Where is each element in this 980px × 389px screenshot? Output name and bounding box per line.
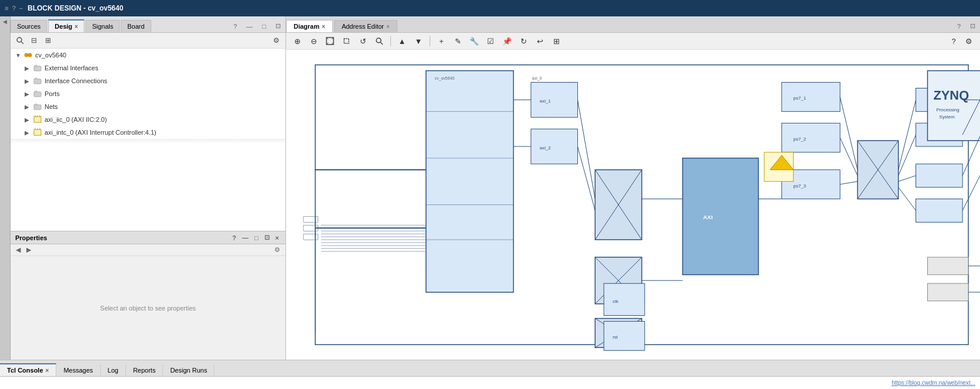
tab-signals[interactable]: Signals xyxy=(86,20,120,32)
add-ip-button[interactable]: + xyxy=(435,35,448,47)
diagram-float[interactable]: ⊡ xyxy=(965,20,980,32)
nets-label: Nets xyxy=(45,103,58,110)
tab-address-close[interactable]: × xyxy=(386,23,390,30)
tab-reports[interactable]: Reports xyxy=(126,364,164,376)
menu-icon[interactable]: ≡ xyxy=(5,5,8,12)
window-title: BLOCK DESIGN - cv_ov5640 xyxy=(28,4,123,12)
tab-design-runs[interactable]: Design Runs xyxy=(163,364,215,376)
axi-intc-expand[interactable]: ▶ xyxy=(25,129,32,136)
interface-expand[interactable]: ▶ xyxy=(25,78,32,84)
tab-sources[interactable]: Sources xyxy=(11,20,47,32)
search-button[interactable] xyxy=(14,35,26,46)
refresh-button[interactable]: ↻ xyxy=(517,35,530,47)
svg-text:ps7_1: ps7_1 xyxy=(794,95,807,101)
svg-point-5 xyxy=(29,54,30,56)
diagram-help[interactable]: ? xyxy=(952,21,965,32)
props-back[interactable]: ◀ xyxy=(14,246,22,254)
settings-right[interactable]: ⚙ xyxy=(962,35,975,47)
settings-button[interactable]: ⚙ xyxy=(270,35,282,46)
rotate-button[interactable]: ↺ xyxy=(356,35,369,47)
fit-selection-button[interactable] xyxy=(340,35,353,47)
search-icon xyxy=(16,36,24,45)
tab-address-editor[interactable]: Address Editor × xyxy=(334,20,397,32)
tcl-close[interactable]: × xyxy=(46,367,49,374)
tab-diagram-close[interactable]: × xyxy=(322,23,325,30)
left-panel-help[interactable]: ? xyxy=(229,21,241,32)
tab-log[interactable]: Log xyxy=(101,364,126,376)
left-tab-bar: Sources Desig × Signals Board ? — □ ⊡ xyxy=(11,16,285,33)
tree-external-interfaces[interactable]: ▶ External Interfaces xyxy=(11,62,285,74)
tree-nets[interactable]: ▶ Nets xyxy=(11,100,285,113)
folder-icon-4 xyxy=(33,102,42,111)
help-icon[interactable]: ? xyxy=(12,5,15,12)
axi-iic-expand[interactable]: ▶ xyxy=(25,117,32,123)
root-expand[interactable]: ▼ xyxy=(15,52,22,59)
props-settings[interactable]: ⚙ xyxy=(273,246,282,254)
tab-board[interactable]: Board xyxy=(121,20,151,32)
tree-ports[interactable]: ▶ Ports xyxy=(11,87,285,100)
tab-diagram[interactable]: Diagram × xyxy=(286,20,333,32)
props-min[interactable]: — xyxy=(240,234,250,241)
interface-connections-label: Interface Connections xyxy=(45,77,107,84)
external-expand[interactable]: ▶ xyxy=(25,65,32,71)
tree-root[interactable]: ▼ cv_ov5640 xyxy=(11,49,285,62)
pin-button[interactable]: 📌 xyxy=(501,35,513,47)
tab-messages[interactable]: Messages xyxy=(56,364,100,376)
collapse-all-button[interactable]: ⊟ xyxy=(28,35,40,46)
grid-button[interactable]: ⊞ xyxy=(550,35,563,47)
nets-expand[interactable]: ▶ xyxy=(25,104,32,110)
pencil-button[interactable]: ✎ xyxy=(451,35,464,47)
fit-window-button[interactable] xyxy=(324,35,336,47)
svg-text:ps7_3: ps7_3 xyxy=(794,183,807,189)
root-label: cv_ov5640 xyxy=(35,52,66,59)
svg-text:axi_1: axi_1 xyxy=(540,98,552,104)
folder-icon-1 xyxy=(33,63,42,73)
toolbar-sep-1 xyxy=(390,36,391,46)
validate-button[interactable]: ☑ xyxy=(484,35,497,47)
svg-text:Processing: Processing xyxy=(936,107,959,112)
wrench-button[interactable]: 🔧 xyxy=(468,35,481,47)
svg-rect-63 xyxy=(916,164,963,187)
props-forward[interactable]: ▶ xyxy=(25,246,33,254)
svg-text:clk: clk xyxy=(612,299,618,304)
svg-rect-9 xyxy=(34,105,41,110)
props-help[interactable]: ? xyxy=(230,234,238,241)
status-link[interactable]: https://blog.cwdm.na/web/next... xyxy=(891,380,975,386)
tab-tcl-console[interactable]: Tcl Console × xyxy=(0,363,56,376)
diagram-canvas[interactable]: axi_1 axi_2 xyxy=(286,50,980,360)
find-button[interactable] xyxy=(373,35,386,47)
props-close[interactable]: × xyxy=(274,234,281,241)
svg-text:cv_ov5640: cv_ov5640 xyxy=(435,76,455,81)
svg-rect-109 xyxy=(927,257,968,275)
expand-hier-button[interactable]: ▼ xyxy=(412,35,425,47)
collapse-arrow[interactable]: ◀ xyxy=(3,19,7,25)
zoom-in-button[interactable]: ⊕ xyxy=(291,35,304,47)
props-max[interactable]: □ xyxy=(253,234,260,241)
svg-text:axi_2: axi_2 xyxy=(540,145,552,151)
tab-design[interactable]: Desig × xyxy=(48,19,84,32)
main-container: ◀ Sources Desig × Signals Board xyxy=(0,16,980,389)
svg-rect-65 xyxy=(927,71,980,141)
zoom-out-button[interactable]: ⊖ xyxy=(307,35,320,47)
bottom-body: https://blog.cwdm.na/web/next... xyxy=(0,377,980,389)
folder-icon-2 xyxy=(33,76,42,86)
collapse-hier-button[interactable]: ▲ xyxy=(396,35,409,47)
properties-panel: Properties ? — □ ⊡ × ◀ ▶ ⚙ Select an obj… xyxy=(11,231,285,360)
ports-expand[interactable]: ▶ xyxy=(25,91,32,97)
undo-button[interactable]: ↩ xyxy=(533,35,546,47)
tree-axi-intc[interactable]: ▶ axi_intc_0 (AXI Interrupt Controller:4… xyxy=(11,126,285,139)
right-panel: Diagram × Address Editor × ? ⊡ ⊕ ⊖ xyxy=(286,16,980,360)
tree-interface-connections[interactable]: ▶ Interface Connections xyxy=(11,74,285,87)
tab-design-close[interactable]: × xyxy=(74,23,78,30)
props-float[interactable]: ⊡ xyxy=(263,234,271,241)
tree-axi-iic[interactable]: ▶ axi_iic_0 (AXI IIC:2.0) xyxy=(11,113,285,126)
minimize-icon[interactable]: − xyxy=(19,5,23,12)
left-panel-float[interactable]: ⊡ xyxy=(271,20,285,32)
left-panel-min[interactable]: — xyxy=(241,21,257,32)
title-bar-icons[interactable]: ≡ ? − xyxy=(5,5,23,12)
axi-intc-label: axi_intc_0 (AXI Interrupt Controller:4.1… xyxy=(45,129,156,136)
properties-header: Properties ? — □ ⊡ × xyxy=(11,231,285,244)
help-button-right[interactable]: ? xyxy=(947,35,960,47)
left-panel-max[interactable]: □ xyxy=(257,21,271,32)
expand-all-button[interactable]: ⊞ xyxy=(42,35,54,46)
